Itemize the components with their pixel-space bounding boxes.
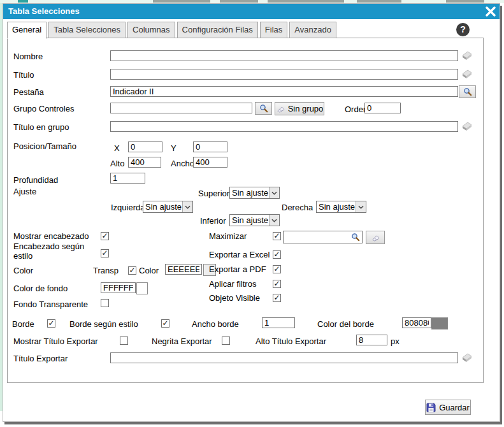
encabezado-segun-estilo-checkbox[interactable]: ✓: [101, 249, 109, 257]
chevron-down-icon: [356, 201, 366, 212]
chevron-down-icon: [182, 201, 192, 212]
color-del-borde-swatch[interactable]: [431, 317, 448, 329]
sin-grupo-button[interactable]: Sin grupo: [275, 102, 324, 115]
y-label: Y: [171, 143, 176, 153]
borde-segun-estilo-label: Borde según estilo: [69, 319, 138, 329]
book-icon[interactable]: [461, 352, 473, 366]
derecha-select[interactable]: Sin ajuste: [316, 201, 366, 213]
borde-segun-estilo-checkbox[interactable]: ✓: [161, 319, 169, 328]
color-input[interactable]: [165, 264, 202, 275]
transp-label: Transp: [93, 266, 119, 275]
color-inline-label: Color: [139, 266, 159, 275]
tabla-selecciones-dialog: Tabla Selecciones General Tabla Seleccio…: [3, 3, 500, 422]
save-icon: [426, 403, 436, 412]
nombre-input[interactable]: [110, 50, 458, 61]
derecha-label: Derecha: [282, 203, 313, 212]
color-del-borde-input[interactable]: [402, 317, 431, 328]
color-label: Color: [13, 266, 33, 275]
alto-titulo-exportar-input[interactable]: [356, 335, 387, 345]
profundidad-input[interactable]: [110, 173, 145, 184]
superior-label: Superior: [198, 189, 229, 198]
posicion-tamano-label: Posicion/Tamaño: [13, 141, 76, 151]
alto-label: Alto: [110, 159, 124, 168]
search-icon: [259, 104, 268, 113]
general-tab-panel: Nombre Título Pestaña Grupo Controles Si…: [7, 38, 484, 383]
aplicar-filtros-label: Aplicar filtros: [209, 279, 256, 289]
tab-avanzado[interactable]: Avanzado: [289, 22, 336, 38]
encabezado-segun-estilo-label: Encabezado según estilo: [13, 242, 96, 261]
maximizar-label: Maximizar: [209, 231, 247, 241]
color-de-fondo-swatch[interactable]: [136, 282, 148, 294]
mostrar-titulo-exportar-label: Mostrar Título Exportar: [13, 337, 98, 346]
maximizar-checkbox[interactable]: ✓: [273, 232, 281, 240]
fondo-transparente-checkbox[interactable]: [101, 299, 109, 307]
transp-checkbox[interactable]: ✓: [128, 266, 136, 275]
exportar-pdf-checkbox[interactable]: ✓: [273, 265, 281, 273]
x-input[interactable]: [128, 141, 162, 152]
color-del-borde-label: Color del borde: [317, 319, 374, 329]
inferior-label: Inferior: [200, 216, 226, 226]
pestana-search-button[interactable]: [459, 85, 476, 98]
borde-checkbox[interactable]: ✓: [47, 319, 55, 328]
objeto-visible-checkbox[interactable]: ✓: [273, 294, 281, 302]
exportar-pdf-label: Exportar a PDF: [209, 264, 266, 274]
inferior-select[interactable]: Sin ajuste: [229, 214, 280, 226]
color-de-fondo-label: Color de fondo: [13, 284, 68, 293]
dialog-title: Tabla Selecciones: [8, 6, 80, 16]
titulo-label: Título: [13, 70, 34, 80]
tab-filas[interactable]: Filas: [260, 22, 287, 38]
nombre-label: Nombre: [13, 52, 43, 61]
ancho-label: Ancho: [171, 159, 194, 168]
aplicar-filtros-checkbox[interactable]: ✓: [273, 280, 281, 288]
ancho-borde-input[interactable]: [262, 317, 295, 328]
search-icon[interactable]: [351, 233, 360, 244]
superior-select[interactable]: Sin ajuste: [229, 187, 280, 199]
borde-label: Borde: [12, 319, 34, 329]
book-icon[interactable]: [461, 50, 473, 64]
alto-input[interactable]: [128, 157, 161, 168]
px-label: px: [391, 337, 400, 346]
color-de-fondo-input[interactable]: [101, 282, 136, 293]
book-icon[interactable]: [461, 69, 473, 82]
y-input[interactable]: [193, 141, 227, 152]
guardar-label: Guardar: [439, 403, 470, 412]
titulo-exportar-label: Título Exportar: [13, 354, 68, 363]
grupo-controles-label: Grupo Controles: [13, 104, 74, 113]
ajuste-label: Ajuste: [13, 187, 36, 196]
ancho-input[interactable]: [193, 157, 227, 168]
titulo-en-grupo-label: Título en grupo: [13, 122, 69, 132]
ancho-borde-label: Ancho borde: [192, 319, 239, 329]
pestana-input[interactable]: [110, 86, 458, 97]
negrita-exportar-label: Negrita Exportar: [152, 337, 212, 346]
maximizar-clear-button[interactable]: [366, 231, 385, 244]
grupo-search-button[interactable]: [255, 102, 272, 115]
mostrar-encabezado-label: Mostrar encabezado: [13, 231, 89, 241]
eraser-icon: [276, 105, 285, 113]
tab-tabla-selecciones[interactable]: Tabla Selecciones: [48, 22, 126, 38]
help-icon[interactable]: ?: [456, 23, 470, 36]
tab-bar: General Tabla Selecciones Columnas Confi…: [7, 22, 338, 39]
izquierda-label: Izquierda: [111, 203, 145, 212]
chevron-down-icon: [269, 187, 279, 198]
mostrar-titulo-exportar-checkbox[interactable]: [120, 337, 128, 345]
tab-configuracion-filas[interactable]: Configuración Filas: [177, 22, 258, 38]
close-icon[interactable]: [485, 6, 496, 17]
guardar-button[interactable]: Guardar: [425, 400, 471, 415]
izquierda-select[interactable]: Sin ajuste: [143, 201, 193, 213]
tab-columnas[interactable]: Columnas: [127, 22, 175, 38]
objeto-visible-label: Objeto Visible: [209, 293, 260, 303]
negrita-exportar-checkbox[interactable]: [222, 337, 230, 345]
dialog-titlebar: Tabla Selecciones: [3, 4, 500, 19]
titulo-en-grupo-input[interactable]: [110, 121, 458, 132]
titulo-exportar-input[interactable]: [110, 352, 458, 363]
eraser-icon: [371, 234, 380, 242]
exportar-excel-checkbox[interactable]: ✓: [273, 250, 281, 259]
book-icon[interactable]: [461, 121, 473, 134]
x-label: X: [114, 143, 120, 153]
tab-general[interactable]: General: [7, 22, 47, 39]
orden-input[interactable]: [364, 103, 401, 113]
titulo-input[interactable]: [110, 69, 458, 80]
alto-titulo-exportar-label: Alto Título Exportar: [256, 337, 326, 346]
grupo-controles-input[interactable]: [110, 103, 252, 113]
mostrar-encabezado-checkbox[interactable]: ✓: [101, 232, 109, 240]
